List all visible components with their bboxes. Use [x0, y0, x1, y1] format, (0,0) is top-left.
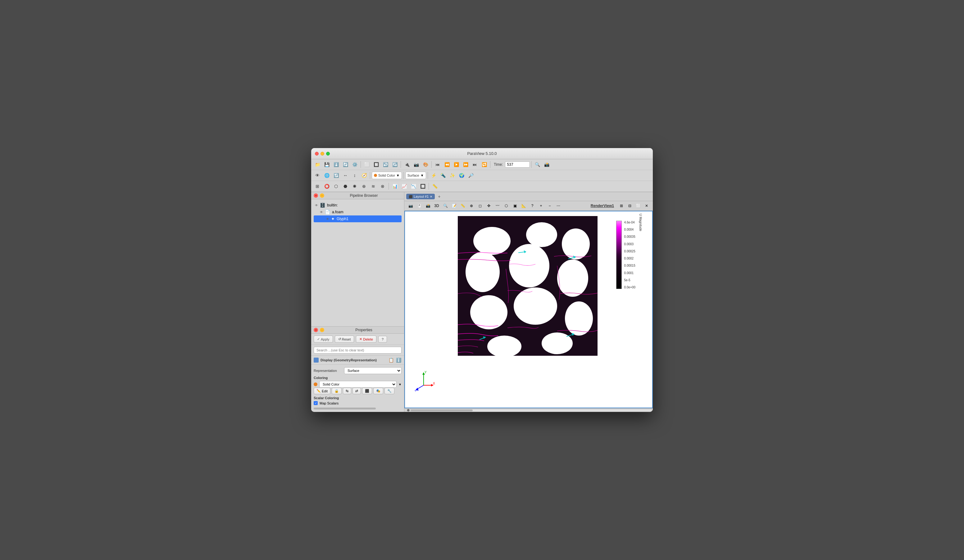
apply-button[interactable]: ✓ Apply: [314, 336, 333, 343]
save-button[interactable]: 💾: [322, 160, 331, 169]
edit-btn2[interactable]: 🔒: [332, 388, 342, 394]
orient-btn2[interactable]: ⊕: [468, 202, 475, 209]
props-scrollbar[interactable]: [314, 407, 376, 409]
search-zoom-button[interactable]: 🔍: [533, 160, 542, 169]
pipeline-close-button[interactable]: ✕: [314, 193, 318, 198]
bottom-scrollbar[interactable]: ⊕: [404, 408, 653, 412]
polygon-btn[interactable]: ⬡: [503, 202, 510, 209]
pick-btn[interactable]: ✜: [485, 202, 493, 209]
edit-btn3[interactable]: ⇆: [343, 388, 351, 394]
tool10[interactable]: 📈: [400, 182, 409, 191]
download-button[interactable]: ⬇️: [332, 160, 340, 169]
scroll-center-btn[interactable]: ⊕: [405, 408, 410, 412]
box-button[interactable]: ⬜: [362, 160, 371, 169]
next-frame-button[interactable]: ⏩: [461, 160, 470, 169]
help-btn2[interactable]: ?: [529, 202, 536, 209]
tool12[interactable]: 🔲: [418, 182, 427, 191]
search-input[interactable]: [314, 347, 402, 354]
edit-btn4[interactable]: ⇄: [352, 388, 361, 394]
skip-start-button[interactable]: ⏮: [433, 160, 442, 169]
select-btn[interactable]: ◻: [476, 202, 484, 209]
undo-button[interactable]: ↩️: [381, 160, 390, 169]
edit-button[interactable]: ✏️ Edit: [314, 388, 331, 394]
settings-button[interactable]: ⚙️: [350, 160, 359, 169]
loop-button[interactable]: 🔁: [480, 160, 489, 169]
edit-btn5[interactable]: ⬛: [362, 388, 372, 394]
pipeline-item-afoam[interactable]: 👁 📄 a.foam: [314, 209, 402, 216]
properties-min-button[interactable]: −: [320, 328, 324, 332]
edit-btn6[interactable]: 🎭: [373, 388, 383, 394]
interact-btn[interactable]: 🖱️: [415, 202, 423, 209]
ruler-btn[interactable]: 📏: [459, 202, 466, 209]
close-button[interactable]: [315, 152, 319, 156]
more-view-btn[interactable]: ⋯: [555, 202, 562, 209]
layout-tab[interactable]: ⬛ Layout #1 ✕: [406, 194, 435, 199]
scrollbar-track[interactable]: [410, 409, 651, 411]
refresh-button[interactable]: 🔄: [341, 160, 350, 169]
coloring-select[interactable]: Solid Color: [319, 381, 397, 388]
pipeline-min-button[interactable]: −: [320, 193, 324, 198]
measure-btn[interactable]: 📐: [520, 202, 528, 209]
vis-btn1[interactable]: ⚡: [430, 171, 438, 180]
add-layout-button[interactable]: +: [436, 193, 442, 200]
tool8[interactable]: ⊗: [378, 182, 387, 191]
paint-button[interactable]: 🎨: [421, 160, 430, 169]
grid-btn1[interactable]: ⊞: [618, 202, 625, 209]
tool7[interactable]: ≋: [369, 182, 378, 191]
skip-end-button[interactable]: ⏭: [471, 160, 479, 169]
tool4[interactable]: ⬣: [341, 182, 350, 191]
tool11[interactable]: 📉: [409, 182, 418, 191]
tool1[interactable]: ⊞: [313, 182, 322, 191]
edit-btn7[interactable]: 🔧: [384, 388, 394, 394]
display-info-btn[interactable]: ℹ️: [395, 357, 402, 363]
lasso-btn[interactable]: 〰: [494, 202, 501, 209]
layout-tab-close[interactable]: ✕: [430, 195, 432, 198]
coloring-selector[interactable]: Solid Color ▼: [372, 172, 402, 179]
3d-btn[interactable]: 3D: [433, 202, 440, 209]
representation-select[interactable]: Surface: [344, 367, 402, 374]
minimize-button[interactable]: [321, 152, 324, 156]
anno-btn[interactable]: 📝: [450, 202, 458, 209]
time-input[interactable]: [505, 161, 530, 168]
screenshot2-button[interactable]: 📸: [542, 160, 551, 169]
pipeline-item-glyph1[interactable]: 👁 ✦ Glyph1: [314, 216, 402, 222]
zoom-btn[interactable]: 🔍: [441, 202, 449, 209]
connect-button[interactable]: 🔌: [402, 160, 411, 169]
properties-close-button[interactable]: ✕: [314, 328, 318, 332]
orient-button[interactable]: 🧭: [360, 171, 368, 180]
prev-frame-button[interactable]: ⏪: [443, 160, 451, 169]
render-view-label[interactable]: RenderView1: [591, 204, 614, 208]
help-button[interactable]: ?: [378, 336, 387, 343]
translate-button[interactable]: ↔️: [341, 171, 350, 180]
screenshot-btn[interactable]: 📸: [424, 202, 432, 209]
delete-button[interactable]: ✕ Delete: [356, 336, 376, 343]
scale-button[interactable]: ↕️: [350, 171, 359, 180]
remove-view-btn[interactable]: −: [546, 202, 554, 209]
scrollbar-thumb[interactable]: [410, 409, 473, 411]
vis-btn5[interactable]: 🔎: [467, 171, 475, 180]
representation-selector[interactable]: Surface ▼: [405, 172, 426, 179]
map-scalars-checkbox[interactable]: ✓: [314, 401, 318, 405]
tool6[interactable]: ⊕: [360, 182, 368, 191]
rotate-button[interactable]: 🔃: [332, 171, 340, 180]
play-button[interactable]: ▶️: [452, 160, 461, 169]
tool9[interactable]: 📊: [391, 182, 399, 191]
sphere-button[interactable]: 🌐: [322, 171, 331, 180]
pipeline-item-builtin[interactable]: 👁 🗄️ builtin:: [314, 202, 402, 209]
vis-btn2[interactable]: 🔦: [439, 171, 448, 180]
vis-btn4[interactable]: 🌍: [458, 171, 466, 180]
tool13[interactable]: 📏: [430, 182, 439, 191]
snapshot-button[interactable]: 📷: [412, 160, 420, 169]
render-canvas[interactable]: 4.6e-04 0.0004 0.00035 0.0003 0.00025 0.…: [404, 211, 653, 408]
cube-button[interactable]: 🔲: [372, 160, 381, 169]
tool5[interactable]: ✺: [350, 182, 359, 191]
grid-btn2[interactable]: ⊟: [626, 202, 633, 209]
select2-btn[interactable]: ▣: [511, 202, 519, 209]
eye-button[interactable]: 👁: [313, 171, 322, 180]
close-view-btn[interactable]: ✕: [643, 202, 650, 209]
reset-button[interactable]: ↺ Reset: [335, 336, 354, 343]
tool2[interactable]: ⭕: [322, 182, 331, 191]
add-view-btn[interactable]: +: [537, 202, 545, 209]
redo-button[interactable]: ↪️: [391, 160, 399, 169]
display-copy-btn[interactable]: 📋: [388, 357, 394, 363]
